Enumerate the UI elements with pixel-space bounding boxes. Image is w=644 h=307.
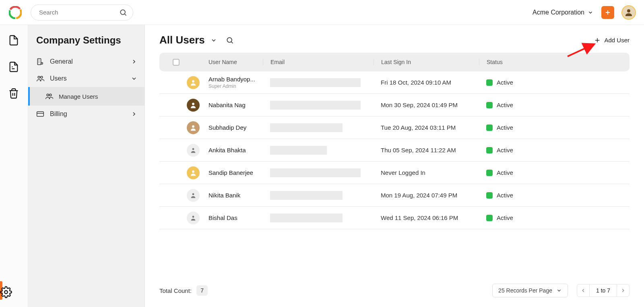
email-masked [270, 123, 343, 132]
sidebar-item-billing[interactable]: Billing [28, 106, 144, 122]
rail-item-settings[interactable] [0, 286, 12, 298]
chevron-down-icon [588, 10, 593, 15]
users-icon [36, 75, 44, 83]
svg-point-33 [192, 170, 194, 173]
global-search-input[interactable] [38, 8, 115, 16]
user-avatar [187, 121, 200, 134]
add-user-button[interactable]: Add User [594, 37, 630, 44]
user-name: Ankita Bhakta [208, 147, 263, 154]
user-avatar [187, 166, 200, 179]
sidebar-item-label: General [50, 58, 125, 65]
table-row[interactable]: Sandip BanerjeeNever Logged InActive [159, 162, 630, 184]
total-count-label: Total Count: [159, 287, 192, 294]
page-next-button[interactable] [617, 284, 630, 297]
svg-point-20 [50, 94, 52, 96]
quick-add-button[interactable] [601, 6, 614, 19]
user-name: Nabanita Nag [208, 102, 263, 108]
svg-point-30 [192, 103, 194, 105]
status-indicator [486, 170, 493, 176]
rail-item-trash[interactable] [8, 88, 20, 100]
user-avatar [187, 76, 200, 89]
column-header-email[interactable]: Email [263, 59, 374, 65]
page-title: All Users [159, 34, 205, 46]
page-search-icon[interactable] [226, 36, 234, 44]
top-bar: Acme Corporation [0, 0, 644, 25]
page-title-dropdown[interactable] [211, 37, 217, 44]
svg-rect-12 [37, 59, 41, 65]
page-prev-button[interactable] [577, 284, 590, 297]
sidebar-item-users[interactable]: Users [28, 70, 144, 87]
last-sign-in: Tue 20 Aug, 2024 03:11 PM [374, 124, 479, 131]
svg-point-34 [192, 193, 194, 195]
column-header-username[interactable]: User Name [208, 59, 263, 65]
chevron-down-icon [556, 288, 562, 293]
last-sign-in: Wed 11 Sep, 2024 06:16 PM [374, 214, 479, 221]
records-per-page-dropdown[interactable]: 25 Records Per Page [492, 284, 568, 297]
add-user-label: Add User [604, 37, 630, 44]
company-name: Acme Corporation [533, 9, 584, 16]
user-avatar [187, 144, 200, 157]
table-row[interactable]: Subhadip DeyTue 20 Aug, 2024 03:11 PMAct… [159, 116, 630, 139]
chevron-right-icon [131, 58, 137, 65]
user-name: Nikita Banik [208, 192, 263, 199]
page-header: All Users Add User [159, 34, 630, 46]
table-row[interactable]: Ankita BhaktaThu 05 Sep, 2024 11:22 AMAc… [159, 139, 630, 162]
email-masked [270, 101, 361, 110]
status-label: Active [497, 102, 513, 108]
plus-icon [594, 37, 601, 44]
user-role: Super Admin [208, 83, 263, 89]
table-row[interactable]: Nikita BanikMon 19 Aug, 2024 07:49 PMAct… [159, 184, 630, 207]
status-label: Active [497, 124, 513, 131]
svg-point-23 [227, 37, 232, 42]
user-name: Bishal Das [208, 214, 263, 221]
status-label: Active [497, 214, 513, 221]
search-icon [119, 8, 127, 17]
main-content: All Users Add User [145, 25, 644, 307]
user-name: Subhadip Dey [208, 124, 263, 131]
profile-avatar[interactable] [621, 5, 636, 20]
status-label: Active [497, 169, 513, 176]
svg-point-35 [192, 216, 194, 218]
table-footer: Total Count: 7 25 Records Per Page 1 to … [159, 276, 630, 307]
svg-point-19 [47, 94, 49, 96]
user-name: Arnab Bandyop... [208, 76, 263, 83]
email-masked [270, 191, 343, 200]
sidebar-subitem-label: Manage Users [59, 93, 137, 100]
table-row[interactable]: Bishal DasWed 11 Sep, 2024 06:16 PMActiv… [159, 207, 630, 229]
company-switcher[interactable]: Acme Corporation [533, 9, 593, 16]
status-indicator [486, 215, 493, 221]
building-icon [36, 58, 44, 66]
svg-point-18 [41, 76, 43, 78]
rail-item-file[interactable] [8, 35, 20, 47]
status-label: Active [497, 147, 513, 154]
user-avatar [187, 212, 200, 224]
rail-item-document[interactable] [8, 61, 20, 73]
select-all-checkbox[interactable] [173, 59, 180, 66]
user-name: Sandip Banerjee [208, 169, 263, 176]
chevron-right-icon [131, 111, 137, 117]
page-range: 1 to 7 [590, 284, 617, 297]
sidebar-title: Company Settings [36, 35, 144, 46]
table-header-row: User Name Email Last Sign In Status [159, 53, 630, 71]
credit-card-icon [36, 110, 44, 118]
sidebar-subitem-manage-users[interactable]: Manage Users [28, 87, 144, 106]
svg-point-8 [627, 9, 630, 12]
svg-rect-21 [37, 112, 44, 116]
column-header-last-signin[interactable]: Last Sign In [374, 59, 479, 65]
users-icon [45, 92, 53, 100]
app-logo[interactable] [5, 6, 26, 19]
status-indicator [486, 102, 493, 108]
table-row[interactable]: Nabanita NagMon 30 Sep, 2024 01:49 PMAct… [159, 94, 630, 116]
email-masked [270, 146, 327, 155]
svg-line-24 [231, 41, 233, 43]
per-page-label: 25 Records Per Page [498, 287, 552, 294]
sidebar-item-general[interactable]: General [28, 53, 144, 70]
table-row[interactable]: Arnab Bandyop...Super AdminFri 18 Oct, 2… [159, 71, 630, 94]
column-header-status[interactable]: Status [479, 59, 624, 65]
global-search[interactable] [31, 4, 133, 21]
status-label: Active [497, 79, 513, 86]
pagination: 1 to 7 [577, 284, 630, 297]
users-table: User Name Email Last Sign In Status Arna… [159, 53, 630, 229]
icon-rail [0, 25, 28, 307]
svg-point-16 [41, 62, 43, 64]
